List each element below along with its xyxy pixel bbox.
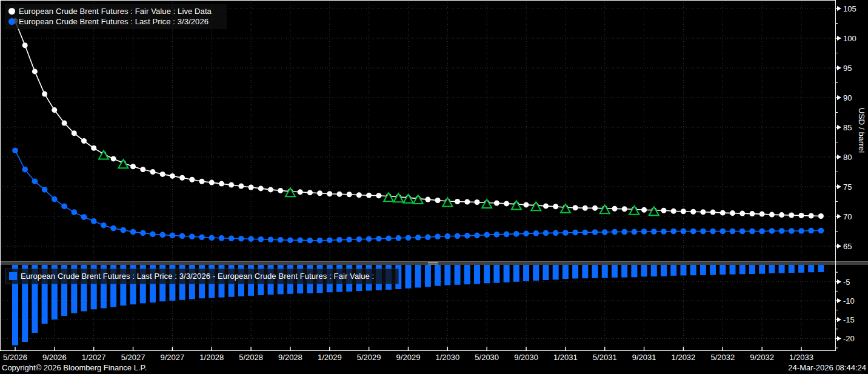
last-price-point[interactable] [504,232,510,238]
spread-bar[interactable] [504,265,510,282]
last-price-point[interactable] [268,236,274,242]
last-price-point[interactable] [12,147,18,153]
spread-bar[interactable] [680,265,686,276]
spread-bar[interactable] [808,265,814,272]
fair-value-point[interactable] [91,145,96,151]
spread-bar[interactable] [739,265,746,274]
spread-bar[interactable] [670,265,676,276]
last-price-point[interactable] [759,229,765,235]
last-price-point[interactable] [170,233,176,239]
last-price-point[interactable] [248,236,254,242]
last-price-point[interactable] [81,214,87,220]
spread-bar[interactable] [553,265,559,279]
last-price-point[interactable] [710,229,716,235]
spread-bar[interactable] [484,265,490,283]
main-chart-legend[interactable]: European Crude Brent Futures : Fair Valu… [5,4,227,29]
spread-bar[interactable] [513,265,519,282]
last-price-point[interactable] [219,235,225,241]
spread-bar[interactable] [493,265,499,283]
fair-value-point[interactable] [622,206,627,212]
spread-bar[interactable] [641,265,647,276]
fair-value-point[interactable] [543,203,549,209]
last-price-point[interactable] [583,230,589,236]
fair-value-point[interactable] [681,209,686,214]
fair-value-point[interactable] [455,199,460,204]
last-price-point[interactable] [386,236,392,242]
spread-bar[interactable] [710,265,716,275]
fair-value-point[interactable] [612,206,618,212]
last-price-point[interactable] [336,237,342,243]
last-price-point[interactable] [563,230,569,236]
last-price-point[interactable] [720,229,726,235]
last-price-point[interactable] [22,167,28,173]
last-price-point[interactable] [199,235,205,241]
last-price-point[interactable] [435,234,441,240]
fair-value-point[interactable] [189,177,195,182]
last-price-point[interactable] [730,229,736,235]
fair-value-point[interactable] [573,205,578,210]
fair-value-point[interactable] [62,121,67,126]
fair-value-point[interactable] [769,212,775,218]
last-price-point[interactable] [523,231,529,237]
last-price-point[interactable] [690,229,696,235]
fair-value-point[interactable] [150,169,156,175]
spread-bar[interactable] [592,265,598,278]
fair-value-point[interactable] [583,205,588,211]
last-price-point[interactable] [121,227,127,233]
fair-value-point[interactable] [671,209,676,214]
last-price-point[interactable] [513,231,519,237]
last-price-point[interactable] [464,233,470,239]
fair-value-point[interactable] [690,209,696,215]
last-price-point[interactable] [769,228,775,234]
spread-bar[interactable] [455,265,461,285]
spread-bar[interactable] [690,265,696,275]
fair-value-point[interactable] [337,192,342,197]
fair-value-point[interactable] [799,213,804,218]
spread-bar[interactable] [700,265,706,275]
last-price-point[interactable] [327,237,333,243]
last-price-point[interactable] [61,204,67,210]
last-price-point[interactable] [307,238,313,244]
fair-value-point[interactable] [52,107,57,113]
fair-value-point[interactable] [278,188,283,193]
last-price-point[interactable] [651,229,657,235]
last-price-point[interactable] [602,229,608,235]
spread-bar[interactable] [621,265,627,278]
last-price-point[interactable] [632,229,638,235]
fair-value-point[interactable] [592,205,598,211]
last-price-point[interactable] [592,229,598,235]
fair-value-point[interactable] [258,185,264,191]
last-price-point[interactable] [209,235,215,241]
spread-bar[interactable] [523,265,529,281]
last-price-point[interactable] [130,229,136,235]
spread-bar[interactable] [631,265,637,277]
spread-bar[interactable] [474,265,480,284]
last-price-point[interactable] [258,236,264,242]
last-price-point[interactable] [700,229,706,235]
spread-bar[interactable] [749,265,755,274]
fair-value-point[interactable] [317,190,322,196]
spread-bar[interactable] [789,265,795,273]
fair-value-point[interactable] [749,211,755,216]
last-price-point[interactable] [818,228,824,234]
last-price-point[interactable] [572,230,578,236]
last-price-point[interactable] [159,232,165,238]
last-price-point[interactable] [396,235,402,241]
last-price-point[interactable] [484,232,490,238]
last-price-point[interactable] [297,237,303,243]
spread-bar[interactable] [464,265,470,284]
last-price-point[interactable] [376,236,382,242]
fair-value-point[interactable] [160,172,165,177]
last-price-point[interactable] [346,236,352,242]
last-price-point[interactable] [789,228,795,234]
spread-bar[interactable] [406,265,412,289]
fair-value-point[interactable] [720,210,726,216]
legend-row-last-price[interactable]: European Crude Brent Futures : Last Pric… [8,16,222,27]
last-price-point[interactable] [425,235,431,241]
fair-value-point[interactable] [779,212,784,218]
fair-value-point[interactable] [347,192,352,197]
spread-bar[interactable] [651,265,657,276]
last-price-point[interactable] [317,238,323,244]
last-price-point[interactable] [229,236,235,242]
fair-value-point[interactable] [170,173,175,179]
